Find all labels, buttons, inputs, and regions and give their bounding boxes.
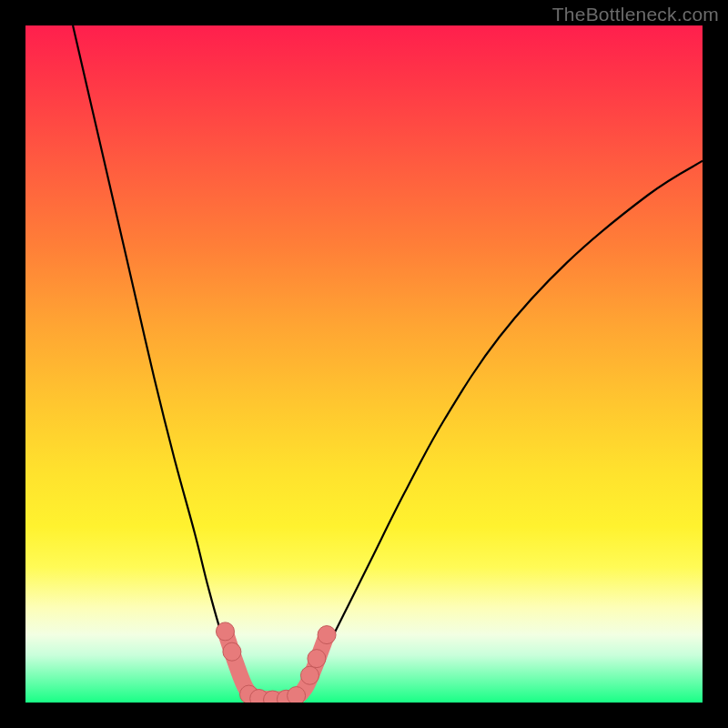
- data-marker: [216, 622, 234, 641]
- chart-svg: [25, 25, 703, 703]
- plot-area: [25, 25, 703, 703]
- data-marker: [308, 650, 326, 668]
- data-marker: [318, 626, 336, 644]
- chart-frame: TheBottleneck.com: [0, 0, 728, 728]
- data-marker: [288, 687, 306, 703]
- watermark-text: TheBottleneck.com: [552, 4, 719, 25]
- data-marker: [300, 666, 318, 684]
- data-marker: [223, 642, 241, 661]
- bottleneck-curve-right: [297, 161, 703, 699]
- bottleneck-curve-left: [73, 25, 256, 699]
